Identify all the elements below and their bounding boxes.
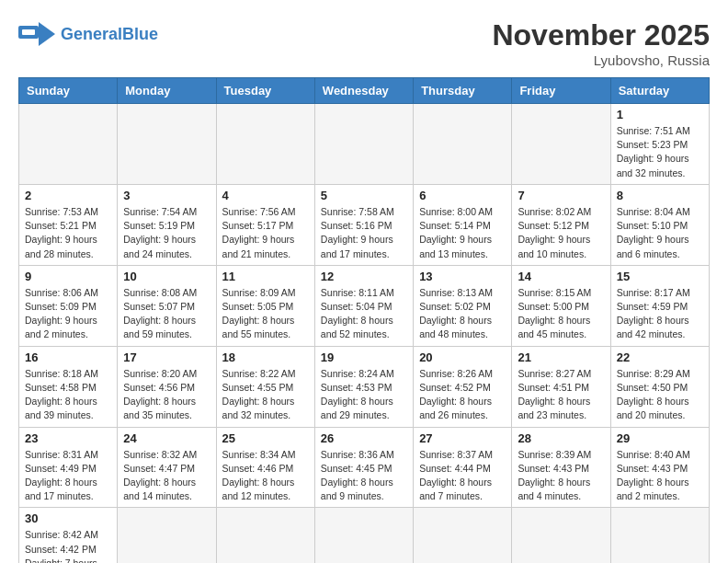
calendar-cell: 11Sunrise: 8:09 AM Sunset: 5:05 PM Dayli…	[216, 265, 314, 346]
calendar-cell: 23Sunrise: 8:31 AM Sunset: 4:49 PM Dayli…	[19, 427, 118, 508]
calendar-cell: 1Sunrise: 7:51 AM Sunset: 5:23 PM Daylig…	[610, 104, 709, 185]
calendar-cell	[216, 508, 314, 563]
calendar-cell: 17Sunrise: 8:20 AM Sunset: 4:56 PM Dayli…	[118, 346, 216, 427]
day-number: 14	[518, 270, 604, 283]
day-info: Sunrise: 8:06 AM Sunset: 5:09 PM Dayligh…	[25, 286, 111, 342]
day-info: Sunrise: 8:34 AM Sunset: 4:46 PM Dayligh…	[222, 448, 309, 504]
day-number: 18	[222, 350, 309, 364]
calendar-cell: 30Sunrise: 8:42 AM Sunset: 4:42 PM Dayli…	[19, 508, 118, 563]
week-row-2: 2Sunrise: 7:53 AM Sunset: 5:21 PM Daylig…	[19, 184, 710, 265]
calendar-cell: 4Sunrise: 7:56 AM Sunset: 5:17 PM Daylig…	[216, 184, 314, 265]
day-number: 5	[321, 189, 407, 202]
week-row-4: 16Sunrise: 8:18 AM Sunset: 4:58 PM Dayli…	[19, 346, 710, 427]
logo-blue-text: Blue	[122, 25, 158, 43]
day-number: 2	[25, 189, 111, 202]
day-number: 10	[123, 270, 210, 283]
calendar-cell: 29Sunrise: 8:40 AM Sunset: 4:43 PM Dayli…	[610, 427, 709, 508]
day-number: 17	[123, 350, 210, 364]
day-number: 30	[25, 511, 111, 525]
page-header: GeneralBlue November 2025 Lyubovsho, Rus…	[18, 18, 710, 68]
calendar-cell: 14Sunrise: 8:15 AM Sunset: 5:00 PM Dayli…	[512, 265, 610, 346]
calendar-cell: 7Sunrise: 8:02 AM Sunset: 5:12 PM Daylig…	[512, 184, 610, 265]
day-number: 13	[419, 270, 506, 283]
calendar-cell: 5Sunrise: 7:58 AM Sunset: 5:16 PM Daylig…	[314, 184, 413, 265]
month-year-title: November 2025	[492, 18, 710, 52]
col-header-saturday: Saturday	[610, 78, 709, 104]
day-number: 12	[321, 270, 407, 283]
calendar-cell: 18Sunrise: 8:22 AM Sunset: 4:55 PM Dayli…	[216, 346, 314, 427]
calendar-cell	[512, 508, 610, 563]
svg-marker-1	[39, 22, 55, 46]
day-number: 27	[419, 431, 506, 445]
col-header-sunday: Sunday	[19, 78, 118, 104]
col-header-wednesday: Wednesday	[314, 78, 413, 104]
calendar-cell: 25Sunrise: 8:34 AM Sunset: 4:46 PM Dayli…	[216, 427, 314, 508]
day-number: 19	[321, 350, 407, 364]
calendar-cell: 6Sunrise: 8:00 AM Sunset: 5:14 PM Daylig…	[414, 184, 512, 265]
day-info: Sunrise: 8:18 AM Sunset: 4:58 PM Dayligh…	[25, 367, 111, 423]
calendar-cell	[314, 104, 413, 185]
logo: GeneralBlue	[18, 18, 158, 51]
day-info: Sunrise: 8:17 AM Sunset: 4:59 PM Dayligh…	[617, 286, 703, 342]
day-info: Sunrise: 8:26 AM Sunset: 4:52 PM Dayligh…	[419, 367, 506, 423]
calendar-cell: 26Sunrise: 8:36 AM Sunset: 4:45 PM Dayli…	[314, 427, 413, 508]
calendar-cell	[314, 508, 413, 563]
calendar-cell: 21Sunrise: 8:27 AM Sunset: 4:51 PM Dayli…	[512, 346, 610, 427]
week-row-3: 9Sunrise: 8:06 AM Sunset: 5:09 PM Daylig…	[19, 265, 710, 346]
day-info: Sunrise: 7:54 AM Sunset: 5:19 PM Dayligh…	[123, 205, 210, 261]
day-info: Sunrise: 8:36 AM Sunset: 4:45 PM Dayligh…	[321, 448, 407, 504]
calendar-cell	[19, 104, 118, 185]
day-number: 3	[123, 189, 210, 202]
day-info: Sunrise: 8:11 AM Sunset: 5:04 PM Dayligh…	[321, 286, 407, 342]
col-header-monday: Monday	[118, 78, 216, 104]
day-info: Sunrise: 8:40 AM Sunset: 4:43 PM Dayligh…	[617, 448, 703, 504]
week-row-6: 30Sunrise: 8:42 AM Sunset: 4:42 PM Dayli…	[19, 508, 710, 563]
calendar-cell: 22Sunrise: 8:29 AM Sunset: 4:50 PM Dayli…	[610, 346, 709, 427]
calendar-cell: 20Sunrise: 8:26 AM Sunset: 4:52 PM Dayli…	[414, 346, 512, 427]
calendar-header-row: SundayMondayTuesdayWednesdayThursdayFrid…	[19, 78, 710, 104]
calendar-cell: 13Sunrise: 8:13 AM Sunset: 5:02 PM Dayli…	[414, 265, 512, 346]
day-info: Sunrise: 8:29 AM Sunset: 4:50 PM Dayligh…	[617, 367, 703, 423]
calendar-cell	[414, 104, 512, 185]
calendar-table: SundayMondayTuesdayWednesdayThursdayFrid…	[18, 77, 710, 563]
day-info: Sunrise: 8:04 AM Sunset: 5:10 PM Dayligh…	[617, 205, 703, 261]
day-number: 9	[25, 270, 111, 283]
day-number: 16	[25, 350, 111, 364]
calendar-cell: 27Sunrise: 8:37 AM Sunset: 4:44 PM Dayli…	[414, 427, 512, 508]
day-info: Sunrise: 8:15 AM Sunset: 5:00 PM Dayligh…	[518, 286, 604, 342]
day-info: Sunrise: 7:53 AM Sunset: 5:21 PM Dayligh…	[25, 205, 111, 261]
calendar-cell: 28Sunrise: 8:39 AM Sunset: 4:43 PM Dayli…	[512, 427, 610, 508]
calendar-cell	[512, 104, 610, 185]
day-info: Sunrise: 7:56 AM Sunset: 5:17 PM Dayligh…	[222, 205, 309, 261]
day-info: Sunrise: 7:58 AM Sunset: 5:16 PM Dayligh…	[321, 205, 407, 261]
day-number: 1	[617, 108, 703, 121]
calendar-cell: 15Sunrise: 8:17 AM Sunset: 4:59 PM Dayli…	[610, 265, 709, 346]
day-number: 23	[25, 431, 111, 445]
day-number: 6	[419, 189, 506, 202]
day-info: Sunrise: 8:37 AM Sunset: 4:44 PM Dayligh…	[419, 448, 506, 504]
day-info: Sunrise: 8:32 AM Sunset: 4:47 PM Dayligh…	[123, 448, 210, 504]
logo-text: GeneralBlue	[61, 26, 158, 44]
calendar-cell	[118, 104, 216, 185]
day-number: 4	[222, 189, 309, 202]
day-number: 28	[518, 431, 604, 445]
day-info: Sunrise: 8:02 AM Sunset: 5:12 PM Dayligh…	[518, 205, 604, 261]
day-number: 7	[518, 189, 604, 202]
day-info: Sunrise: 8:00 AM Sunset: 5:14 PM Dayligh…	[419, 205, 506, 261]
day-info: Sunrise: 8:08 AM Sunset: 5:07 PM Dayligh…	[123, 286, 210, 342]
day-number: 21	[518, 350, 604, 364]
calendar-cell	[118, 508, 216, 563]
calendar-cell	[216, 104, 314, 185]
day-info: Sunrise: 8:13 AM Sunset: 5:02 PM Dayligh…	[419, 286, 506, 342]
day-info: Sunrise: 8:42 AM Sunset: 4:42 PM Dayligh…	[25, 528, 111, 563]
day-number: 20	[419, 350, 506, 364]
calendar-cell: 24Sunrise: 8:32 AM Sunset: 4:47 PM Dayli…	[118, 427, 216, 508]
calendar-cell: 16Sunrise: 8:18 AM Sunset: 4:58 PM Dayli…	[19, 346, 118, 427]
location-subtitle: Lyubovsho, Russia	[492, 52, 710, 68]
day-info: Sunrise: 8:39 AM Sunset: 4:43 PM Dayligh…	[518, 448, 604, 504]
week-row-1: 1Sunrise: 7:51 AM Sunset: 5:23 PM Daylig…	[19, 104, 710, 185]
week-row-5: 23Sunrise: 8:31 AM Sunset: 4:49 PM Dayli…	[19, 427, 710, 508]
day-number: 24	[123, 431, 210, 445]
day-info: Sunrise: 8:09 AM Sunset: 5:05 PM Dayligh…	[222, 286, 309, 342]
day-info: Sunrise: 8:24 AM Sunset: 4:53 PM Dayligh…	[321, 367, 407, 423]
